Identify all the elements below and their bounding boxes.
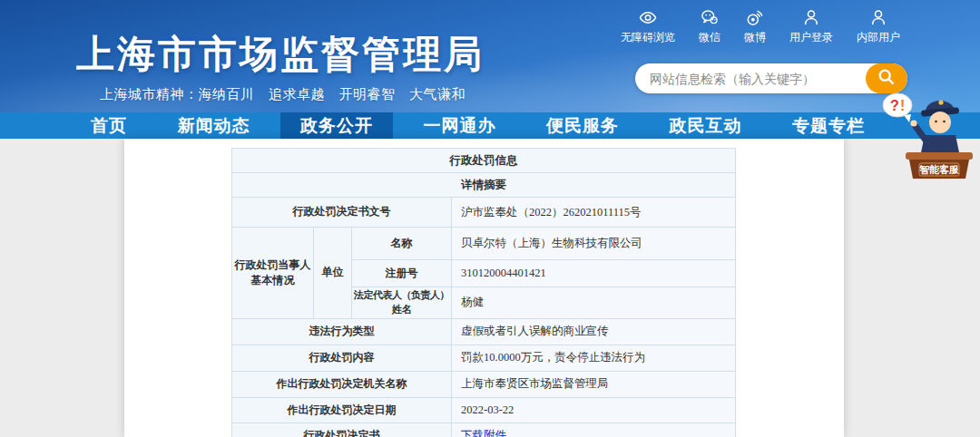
penalty-info-table: 行政处罚信息 详情摘要 行政处罚决定书文号 沪市监奉处（2022）2620210… bbox=[231, 148, 736, 437]
utility-label: 微博 bbox=[744, 30, 766, 45]
site-header: 上海市市场监督管理局 上海城市精神：海纳百川 追求卓越 开明睿智 大气谦和 无障… bbox=[0, 0, 980, 112]
row-label-name: 名称 bbox=[352, 228, 452, 260]
nav-item-interaction[interactable]: 政民互动 bbox=[650, 112, 762, 139]
nav-item-one-stop[interactable]: 一网通办 bbox=[404, 112, 516, 139]
row-value-violation-type: 虚假或者引人误解的商业宣传 bbox=[452, 318, 736, 345]
row-label-party-type: 单位 bbox=[314, 228, 352, 319]
search-input[interactable] bbox=[635, 72, 866, 86]
row-value-penalty-content: 罚款10.0000万元，责令停止违法行为 bbox=[452, 345, 736, 371]
accessibility-link[interactable]: 无障碍浏览 bbox=[621, 8, 675, 45]
row-label-legal-rep: 法定代表人（负责人） 姓名 bbox=[352, 287, 452, 319]
site-title: 上海市市场监督管理局 bbox=[76, 29, 485, 80]
main-nav: 首页 新闻动态 政务公开 一网通办 便民服务 政民互动 专题专栏 bbox=[0, 112, 980, 139]
nav-item-services[interactable]: 便民服务 bbox=[526, 112, 639, 139]
service-desk-icon: 智能客服 bbox=[906, 152, 973, 179]
svg-text:!: ! bbox=[900, 98, 905, 113]
speech-bubble-icon: ? ! bbox=[883, 93, 912, 122]
row-label-violation-type: 违法行为类型 bbox=[232, 318, 452, 345]
row-value-legal-rep: 杨健 bbox=[452, 287, 736, 319]
row-label-party-info: 行政处罚当事人 基本情况 bbox=[232, 228, 314, 319]
row-label-penalty-content: 行政处罚内容 bbox=[232, 345, 452, 371]
table-title: 行政处罚信息 bbox=[232, 149, 736, 173]
eye-icon bbox=[638, 8, 658, 27]
row-label-authority: 作出行政处罚决定机关名称 bbox=[232, 371, 452, 397]
row-label-doc-number: 行政处罚决定书文号 bbox=[232, 198, 452, 228]
row-label-reg-number: 注册号 bbox=[352, 260, 452, 287]
site-search bbox=[635, 63, 907, 93]
row-value-reg-number: 310120004401421 bbox=[452, 260, 736, 287]
table-subtitle: 详情摘要 bbox=[232, 173, 736, 198]
row-value-doc-number: 沪市监奉处（2022）262021011115号 bbox=[452, 198, 736, 228]
utility-label: 无障碍浏览 bbox=[621, 30, 675, 45]
utility-label: 微信 bbox=[699, 30, 720, 45]
user-icon bbox=[868, 8, 888, 27]
svg-text:?: ? bbox=[890, 98, 899, 113]
weibo-link[interactable]: 微博 bbox=[744, 8, 766, 45]
row-value-authority: 上海市奉贤区市场监督管理局 bbox=[452, 371, 736, 397]
row-value-decision-date: 2022-03-22 bbox=[452, 397, 736, 422]
user-icon bbox=[801, 8, 821, 27]
desk-label: 智能客服 bbox=[918, 164, 959, 175]
wechat-link[interactable]: 微信 bbox=[699, 8, 720, 45]
nav-item-special-columns[interactable]: 专题专栏 bbox=[772, 112, 885, 139]
nav-item-gov-disclosure[interactable]: 政务公开 bbox=[280, 112, 393, 139]
wechat-icon bbox=[700, 8, 720, 27]
download-attachment-link[interactable]: 下载附件 bbox=[461, 429, 506, 437]
utility-bar: 无障碍浏览 微信 微博 用户登录 内部用户 bbox=[621, 8, 900, 45]
user-login-link[interactable]: 用户登录 bbox=[789, 8, 833, 45]
smart-customer-service-mascot[interactable]: ? ! 智能客服 bbox=[878, 87, 975, 181]
row-label-decision-date: 作出行政处罚决定日期 bbox=[232, 397, 452, 422]
utility-label: 用户登录 bbox=[789, 30, 833, 45]
weibo-icon bbox=[745, 8, 765, 27]
nav-item-news[interactable]: 新闻动态 bbox=[158, 112, 270, 139]
nav-item-home[interactable]: 首页 bbox=[71, 112, 147, 139]
internal-user-link[interactable]: 内部用户 bbox=[857, 8, 900, 45]
utility-label: 内部用户 bbox=[857, 30, 900, 45]
row-value-name: 贝卓尔特（上海）生物科技有限公司 bbox=[452, 228, 736, 260]
site-motto: 上海城市精神：海纳百川 追求卓越 开明睿智 大气谦和 bbox=[100, 86, 466, 103]
officer-figure-icon bbox=[910, 100, 960, 157]
row-label-decision-doc: 行政处罚决定书 bbox=[232, 422, 452, 437]
